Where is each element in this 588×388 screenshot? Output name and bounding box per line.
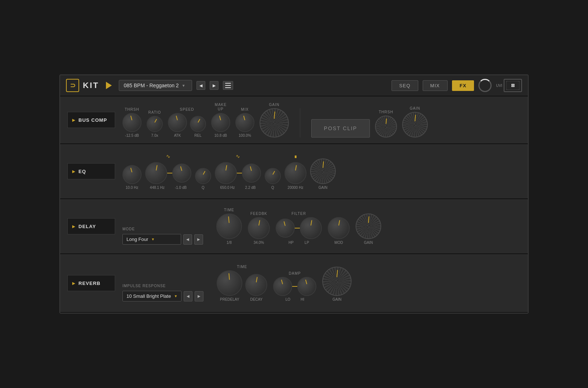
eq-lf-gain-value: -1.0 dB [175,186,187,190]
eq-lf-gain-knob[interactable] [172,164,191,183]
delay-mode-prev[interactable]: ◀ [183,234,192,245]
eq-hp-knob[interactable] [122,165,142,184]
delay-text: DELAY [78,224,96,229]
reverb-gain-group: GAIN [322,267,352,301]
ratio-value: 7.0x [151,133,158,138]
delay-section: ▶ DELAY MODE Long Four ▼ ◀ ▶ [60,199,528,254]
delay-gain-knob[interactable] [356,213,381,239]
atk-knob[interactable] [168,113,187,132]
app-container: ⊃ KIT 085 BPM - Reggaeton 2 ▼ ◀ ▶ SEQ MI… [59,74,529,314]
logo-icon: ⊃ [70,81,76,89]
reverb-ir-next[interactable]: ▶ [195,291,203,301]
ratio-knob[interactable] [147,116,163,132]
eq-lf-q-knob[interactable] [195,168,211,184]
eq-mf-freq-knob[interactable] [215,162,237,184]
bus-comp-controls: THRSH -12.5 dB RATIO 7.0x SPEED [115,103,521,138]
reverb-predelay-knob[interactable] [217,270,242,296]
bpm-next-button[interactable]: ▶ [210,81,218,90]
eq-gain-group: GAIN [310,158,336,190]
eq-mf-q-group: Q [265,168,281,190]
rel-knob[interactable] [190,116,206,132]
delay-label[interactable]: ▶ DELAY [67,218,115,234]
delay-lp-label: LP [305,241,309,245]
eq-lf-freq-value: 448.1 Hz [150,186,165,190]
reverb-hi-knob[interactable] [297,277,316,296]
eq-mf-gain-knob[interactable] [242,164,261,183]
tab-seq[interactable]: SEQ [392,80,418,91]
eq-label[interactable]: ▶ EQ [67,163,115,179]
delay-time-value: 1/8 [227,241,232,245]
clip-thrsh-knob[interactable] [375,116,397,138]
eq-gain-knob[interactable] [310,158,336,184]
reverb-ir-group: IMPULSE RESPONSE 10 Small Bright Plate ▼… [122,284,203,301]
delay-mode-next[interactable]: ▶ [194,234,203,245]
delay-mode-group: MODE Long Four ▼ ◀ ▶ [122,227,203,245]
speed-label: SPEED [180,107,194,111]
dropdown-arrow-icon: ▼ [182,84,185,88]
makeup-group: MAKEUP 10.8 dB [211,103,230,138]
tab-fx[interactable]: FX [452,80,474,91]
bus-comp-text: BUS COMP [78,117,107,123]
bpm-dropdown[interactable]: 085 BPM - Reggaeton 2 ▼ [119,80,192,91]
delay-filter-group: FILTER HP LP [276,212,322,245]
makeup-knob[interactable] [211,113,230,132]
delay-feedbk-label: FEEDBK [250,212,267,216]
reverb-gain-label: GAIN [332,297,341,301]
delay-mode-select-row: Long Four ▼ ◀ ▶ [122,234,203,245]
reverb-decay-label: DECAY [250,297,262,301]
delay-time-knob[interactable] [216,213,242,239]
clip-thrsh-label: THRSH [379,110,393,114]
delay-dropdown-arrow: ▼ [151,237,155,241]
eq-mf-q-knob[interactable] [265,168,281,184]
rel-label: REL [194,133,201,138]
uvi-logo: ⊠ [504,79,522,92]
play-button[interactable] [103,80,114,91]
delay-mode-label: MODE [122,227,135,231]
reverb-lo-knob[interactable] [273,277,292,296]
clip-gain-knob[interactable] [402,112,428,138]
mix-knob[interactable] [235,113,254,132]
atk-group: SPEED ATK REL [168,107,206,138]
reverb-label[interactable]: ▶ REVERB [67,275,115,291]
eq-lf-freq-knob[interactable] [145,162,167,184]
bus-comp-label[interactable]: ▶ BUS COMP [67,112,115,128]
delay-hp-knob[interactable] [276,219,295,238]
delay-feedbk-knob[interactable] [248,217,270,239]
reverb-ir-dropdown[interactable]: 10 Small Bright Plate ▼ [122,291,181,301]
clip-gain-group: GAIN [402,106,428,138]
eq-mf-group: ∿ 650.0 Hz 2.2 dB [215,153,261,190]
eq-hf-freq-knob[interactable] [284,162,306,184]
thrsh-knob[interactable] [122,113,142,132]
delay-mode-value: Long Four [126,237,148,242]
reverb-decay-knob[interactable] [245,274,267,296]
delay-mod-label: MOD [334,241,343,245]
post-clip-button[interactable]: POST CLIP [311,119,370,138]
delay-mod-knob[interactable] [328,217,350,239]
reverb-predelay-label: PREDELAY [220,297,239,301]
reverb-ir-prev[interactable]: ◀ [184,291,192,301]
reverb-gain-knob[interactable] [322,267,352,296]
comp-divider [300,108,300,138]
makeup-label: MAKEUP [215,103,227,111]
tab-mix[interactable]: MIX [423,80,448,91]
eq-mf-freq-value: 650.0 Hz [220,186,235,190]
delay-filter-label: FILTER [291,212,306,216]
eq-hp-value: 10.0 Hz [126,186,138,190]
delay-mode-dropdown[interactable]: Long Four ▼ [122,234,181,245]
atk-label: ATK [174,133,181,138]
mix-value: 100.0% [239,133,251,138]
reverb-damp-label: DAMP [289,271,301,275]
eq-hf-freq-value: 20000 Hz [288,186,304,190]
reverb-time-group: TIME PREDELAY DECAY [217,265,267,301]
eq-lf-q-label: Q [202,186,205,190]
comp-gain-knob[interactable] [260,108,289,138]
thrsh-label: THRSH [125,107,139,111]
menu-button[interactable] [223,81,233,90]
eq-hp-group: 10.0 Hz [122,165,142,190]
delay-lp-knob[interactable] [300,217,322,239]
eq-text: EQ [78,169,86,174]
delay-gain-group: GAIN [356,213,381,245]
reverb-section: ▶ REVERB IMPULSE RESPONSE 10 Small Brigh… [60,254,528,313]
bpm-prev-button[interactable]: ◀ [196,81,205,90]
delay-mod-group: MOD [328,217,350,245]
